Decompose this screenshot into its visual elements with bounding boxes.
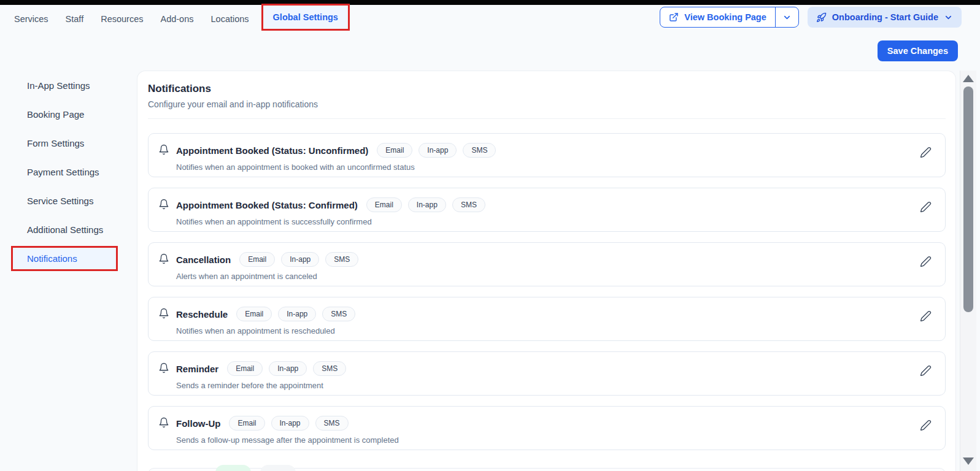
notification-card: Cancellation EmailIn-appSMS Alerts when … <box>148 242 946 286</box>
badge-list: EmailIn-appSMS <box>236 307 355 321</box>
notification-description: Alerts when an appointment is canceled <box>176 272 358 281</box>
notification-card: Reminder EmailIn-appSMS Sends a reminder… <box>148 351 946 396</box>
channel-badge: In-app <box>271 416 309 431</box>
sidebar-item-notifications-active[interactable]: Notifications <box>11 246 118 271</box>
edit-pencil-icon[interactable] <box>920 256 932 267</box>
notification-description: Notifies when an appointment is successf… <box>176 217 485 226</box>
bell-icon <box>158 253 169 286</box>
sidebar-item-service-settings[interactable]: Service Settings <box>0 186 137 215</box>
onboarding-label: Onboarding - Start Guide <box>832 12 938 22</box>
channel-badge: SMS <box>325 252 358 267</box>
scroll-up-arrow-icon[interactable] <box>963 75 974 82</box>
channel-badge: SMS <box>463 143 496 158</box>
top-black-strip <box>0 0 980 5</box>
nav-item-services[interactable]: Services <box>6 14 57 24</box>
notification-card-body: Follow-Up EmailIn-appSMS Sends a follow-… <box>176 416 399 450</box>
notifications-panel: Notifications Configure your email and i… <box>137 71 956 471</box>
edit-pencil-icon[interactable] <box>920 419 932 431</box>
channel-badge: Email <box>229 416 264 431</box>
partial-green-badge <box>215 465 251 471</box>
edit-pencil-icon[interactable] <box>920 147 932 158</box>
page-title: Notifications <box>148 83 946 95</box>
channel-badge: In-app <box>419 143 457 158</box>
channel-badge: SMS <box>315 416 349 431</box>
view-booking-page-split-button: View Booking Page <box>660 7 799 28</box>
notification-title: Reminder <box>176 364 218 374</box>
divider <box>148 118 946 119</box>
notification-card: Appointment Booked (Status: Unconfirmed)… <box>148 133 946 177</box>
notification-title: Appointment Booked (Status: Confirmed) <box>176 200 358 210</box>
sidebar-item-in-app-settings[interactable]: In-App Settings <box>0 71 137 100</box>
notification-card: Reschedule EmailIn-appSMS Notifies when … <box>148 297 946 341</box>
sidebar-item-payment-settings[interactable]: Payment Settings <box>0 158 137 186</box>
bell-icon <box>158 308 169 340</box>
channel-badge: In-app <box>278 307 316 321</box>
nav-item-add-ons[interactable]: Add-ons <box>152 14 202 24</box>
channel-badge: Email <box>366 197 402 212</box>
top-action-bar: View Booking Page Onboarding - Start Gui… <box>660 7 962 28</box>
view-booking-page-label: View Booking Page <box>684 12 766 22</box>
notification-description: Notifies when an appointment is reschedu… <box>176 326 355 335</box>
channel-badge: In-app <box>408 197 446 212</box>
bell-icon <box>158 362 169 395</box>
edit-pencil-icon[interactable] <box>920 310 932 322</box>
nav-item-locations[interactable]: Locations <box>203 14 258 24</box>
rocket-icon <box>816 12 827 23</box>
notification-description: Sends a follow-up message after the appo… <box>176 435 399 445</box>
notification-card: Follow-Up EmailIn-appSMS Sends a follow-… <box>148 406 946 450</box>
channel-badge: SMS <box>322 307 355 321</box>
bell-icon <box>158 144 169 177</box>
notification-card-body: Cancellation EmailIn-appSMS Alerts when … <box>176 252 358 286</box>
edit-pencil-icon[interactable] <box>920 365 932 377</box>
notification-card-body: Reschedule EmailIn-appSMS Notifies when … <box>176 307 355 340</box>
nav-item-staff[interactable]: Staff <box>57 14 93 24</box>
scrollbar-thumb[interactable] <box>963 86 973 312</box>
sidebar-item-additional-settings[interactable]: Additional Settings <box>0 215 137 244</box>
channel-badge: Email <box>227 361 263 376</box>
channel-badge: SMS <box>452 197 485 212</box>
sidebar-item-form-settings[interactable]: Form Settings <box>0 129 137 158</box>
onboarding-start-guide-button[interactable]: Onboarding - Start Guide <box>808 7 962 28</box>
external-link-icon <box>669 12 679 22</box>
notification-card-body: Appointment Booked (Status: Unconfirmed)… <box>176 143 496 177</box>
notification-title: Follow-Up <box>176 418 220 429</box>
badge-list: EmailIn-appSMS <box>227 361 346 376</box>
notification-card-body: Appointment Booked (Status: Confirmed) E… <box>176 197 485 231</box>
save-changes-button[interactable]: Save Changes <box>878 40 958 61</box>
notification-description: Notifies when an appointment is booked w… <box>176 163 496 172</box>
partial-gray-badge <box>260 465 296 471</box>
partial-next-row <box>148 465 946 471</box>
chevron-down-icon <box>944 13 953 22</box>
vertical-scrollbar <box>960 71 976 471</box>
scroll-down-arrow-icon[interactable] <box>963 458 974 465</box>
notification-description: Sends a reminder before the appointment <box>176 381 346 390</box>
badge-list: EmailIn-appSMS <box>366 197 485 212</box>
notification-card-body: Reminder EmailIn-appSMS Sends a reminder… <box>176 361 346 395</box>
badge-list: EmailIn-appSMS <box>377 143 496 158</box>
badge-list: EmailIn-appSMS <box>239 252 358 267</box>
channel-badge: SMS <box>313 361 346 376</box>
bell-icon <box>158 417 169 450</box>
sidebar-item-booking-page[interactable]: Booking Page <box>0 100 137 129</box>
view-booking-page-button[interactable]: View Booking Page <box>660 7 775 27</box>
notification-list: Appointment Booked (Status: Unconfirmed)… <box>148 133 946 450</box>
red-highlight-box-global-settings: Global Settings <box>261 4 350 31</box>
channel-badge: Email <box>236 307 272 321</box>
nav-item-resources[interactable]: Resources <box>92 14 152 24</box>
edit-pencil-icon[interactable] <box>920 201 932 213</box>
notification-title: Reschedule <box>176 309 228 320</box>
page-subtitle: Configure your email and in-app notifica… <box>148 99 946 109</box>
channel-badge: In-app <box>281 252 319 267</box>
badge-list: EmailIn-appSMS <box>229 416 348 431</box>
notification-title: Appointment Booked (Status: Unconfirmed) <box>176 145 368 156</box>
notification-card: Appointment Booked (Status: Confirmed) E… <box>148 188 946 232</box>
settings-sidebar: In-App Settings Booking Page Form Settin… <box>0 71 137 271</box>
view-booking-dropdown-toggle[interactable] <box>775 7 798 27</box>
notification-title: Cancellation <box>176 255 231 265</box>
bell-icon <box>158 199 169 231</box>
channel-badge: Email <box>377 143 412 158</box>
channel-badge: Email <box>239 252 275 267</box>
channel-badge: In-app <box>269 361 307 376</box>
nav-item-global-settings-active[interactable]: Global Settings <box>263 6 348 29</box>
chevron-down-icon <box>782 13 792 22</box>
